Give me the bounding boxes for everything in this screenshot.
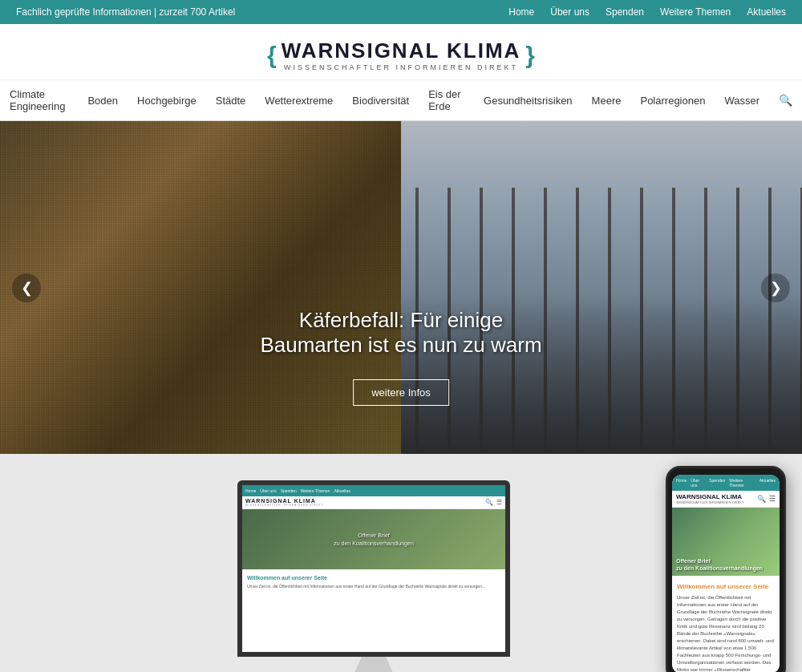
hero-title-line1: Käferbefall: Für einige bbox=[260, 308, 541, 333]
nav-wasser[interactable]: Wasser bbox=[715, 87, 769, 115]
mini-nav-weitere: Weitere Themen bbox=[301, 488, 330, 493]
hero-next-button[interactable]: ❯ bbox=[761, 273, 790, 302]
mini-content: Willkommen auf unserer Seite Unser Ziel … bbox=[242, 569, 505, 594]
top-bar-nav: Home Über uns Spenden Weitere Themen Akt… bbox=[508, 6, 786, 18]
search-icon[interactable]: 🔍 bbox=[769, 86, 802, 115]
mini-hero: Offener Brief zu den Koalitionsverhandlu… bbox=[242, 509, 505, 569]
logo-brace-right: } bbox=[525, 42, 535, 69]
phone: Home Über uns Spenden Weitere Themen Akt… bbox=[666, 466, 786, 672]
mini-logo-block: WARNSIGNAL KLIMA WISSENSCHAFTLER INFORMI… bbox=[245, 498, 323, 507]
mini-search-icon: 🔍 bbox=[485, 499, 493, 506]
phone-welcome-title: Willkommen auf unserer Seite bbox=[677, 582, 775, 591]
phone-nav-home: Home bbox=[676, 478, 687, 488]
phone-hero: Offener Brief zu den Koalitionsverhandlu… bbox=[672, 508, 780, 576]
mini-nav-uber: Über uns bbox=[260, 488, 276, 493]
phone-content: Willkommen auf unserer Seite Unser Ziel … bbox=[672, 576, 780, 672]
phone-site-header: WARNSIGNAL KLIMA WISSENSCHAFTLER INFORMI… bbox=[672, 491, 780, 508]
phone-nav-weitere: Weitere Themen bbox=[729, 478, 755, 488]
mini-hero-text: Offener Brief zu den Koalitionsverhandlu… bbox=[334, 532, 414, 546]
top-nav-home[interactable]: Home bbox=[508, 6, 534, 18]
nav-eis-der-erde[interactable]: Eis der Erde bbox=[419, 80, 474, 120]
hero-title-line2: Baumarten ist es nun zu warm bbox=[260, 333, 541, 358]
phone-logo-block: WARNSIGNAL KLIMA WISSENSCHAFTLER INFORMI… bbox=[676, 493, 743, 504]
nav-gesundheitsrisiken[interactable]: Gesundheitsrisiken bbox=[474, 87, 582, 115]
phone-welcome-text: Unser Ziel ist, die Öffentlichkeit mit I… bbox=[677, 594, 775, 672]
main-nav: Climate Engineering Boden Hochgebirge St… bbox=[0, 80, 802, 121]
top-nav-weitere[interactable]: Weitere Themen bbox=[660, 6, 731, 18]
nav-biodiversitat[interactable]: Biodiversität bbox=[342, 87, 419, 115]
mini-site-header: WARNSIGNAL KLIMA WISSENSCHAFTLER INFORMI… bbox=[242, 496, 505, 509]
nav-hochgebirge[interactable]: Hochgebirge bbox=[128, 87, 206, 115]
phone-site-topbar: Home Über uns Spenden Weitere Themen Akt… bbox=[672, 475, 780, 491]
monitor-stand-neck bbox=[350, 657, 398, 672]
hero-slideshow: ❮ ❯ Käferbefall: Für einige Baumarten is… bbox=[0, 121, 802, 454]
mini-content-text: Unser Ziel ist, die Öffentlichkeit mit I… bbox=[247, 584, 500, 589]
mini-menu-icon: ☰ bbox=[496, 499, 502, 506]
top-nav-spenden[interactable]: Spenden bbox=[606, 6, 644, 18]
mini-nav-aktuelles: Aktuelles bbox=[334, 488, 350, 493]
hero-cta-button[interactable]: weitere Infos bbox=[353, 379, 449, 406]
phone-hero-text: Offener Brief zu den Koalitionsverhandlu… bbox=[676, 557, 763, 572]
top-bar-info: Fachlich geprüfte Informationen | zurzei… bbox=[16, 6, 235, 18]
phone-screen: Home Über uns Spenden Weitere Themen Akt… bbox=[672, 475, 780, 672]
nav-stadte[interactable]: Städte bbox=[206, 87, 256, 115]
phone-logo: WARNSIGNAL KLIMA bbox=[676, 493, 743, 500]
mini-content-title: Willkommen auf unserer Seite bbox=[247, 574, 500, 582]
logo-main: WARNSIGNAL KLIMA bbox=[282, 38, 521, 63]
top-nav-uber[interactable]: Über uns bbox=[550, 6, 589, 18]
hero-prev-button[interactable]: ❮ bbox=[12, 273, 41, 302]
mini-logo-sub: WISSENSCHAFTLER INFORMIEREN DIREKT bbox=[245, 504, 323, 507]
monitor-screen-inner: Home Über uns Spenden Weitere Themen Akt… bbox=[242, 485, 505, 652]
site-header: { WARNSIGNAL KLIMA WISSENSCHAFTLER INFOR… bbox=[0, 24, 802, 80]
logo-brace-left: { bbox=[267, 42, 277, 69]
phone-nav-spenden: Spenden bbox=[709, 478, 725, 488]
phone-search-icon: 🔍 bbox=[757, 495, 766, 503]
monitor: Home Über uns Spenden Weitere Themen Akt… bbox=[237, 480, 510, 672]
mini-nav-home: Home bbox=[245, 488, 256, 493]
monitor-container: Home Über uns Spenden Weitere Themen Akt… bbox=[237, 480, 510, 672]
nav-polarregionen[interactable]: Polarregionen bbox=[630, 87, 715, 115]
phone-nav-links: Home Über uns Spenden Weitere Themen Akt… bbox=[676, 478, 776, 488]
phone-logo-sub: WISSENSCHAFTLER INFORMIEREN DIREKT bbox=[676, 500, 743, 504]
mini-hero-line1: Offener Brief zu den Koalitionsverhandlu… bbox=[334, 532, 414, 546]
logo[interactable]: { WARNSIGNAL KLIMA WISSENSCHAFTLER INFOR… bbox=[267, 38, 535, 71]
nav-boden[interactable]: Boden bbox=[78, 87, 128, 115]
nav-wetterextreme[interactable]: Wetterextreme bbox=[255, 87, 342, 115]
phone-nav-uber: Über uns bbox=[691, 478, 705, 488]
monitor-screen: Home Über uns Spenden Weitere Themen Akt… bbox=[237, 480, 510, 657]
top-nav-aktuelles[interactable]: Aktuelles bbox=[747, 6, 786, 18]
nav-climate-engineering[interactable]: Climate Engineering bbox=[0, 80, 78, 120]
mini-logo: WARNSIGNAL KLIMA bbox=[245, 498, 323, 504]
nav-meere[interactable]: Meere bbox=[582, 87, 631, 115]
phone-menu-icon: ☰ bbox=[769, 495, 776, 503]
hero-image-left bbox=[0, 121, 401, 454]
mini-site-topbar: Home Über uns Spenden Weitere Themen Akt… bbox=[242, 485, 505, 496]
logo-text: WARNSIGNAL KLIMA WISSENSCHAFTLER INFORMI… bbox=[282, 38, 521, 71]
phone-nav-aktuelles: Aktuelles bbox=[759, 478, 776, 488]
hero-image-right bbox=[401, 121, 802, 454]
bottom-section: Home Über uns Spenden Weitere Themen Akt… bbox=[0, 454, 802, 672]
mini-nav-spenden: Spenden bbox=[281, 488, 297, 493]
hero-text: Käferbefall: Für einige Baumarten ist es… bbox=[260, 308, 541, 358]
top-bar: Fachlich geprüfte Informationen | zurzei… bbox=[0, 0, 802, 24]
logo-sub: WISSENSCHAFTLER INFORMIEREN DIREKT bbox=[284, 63, 518, 71]
